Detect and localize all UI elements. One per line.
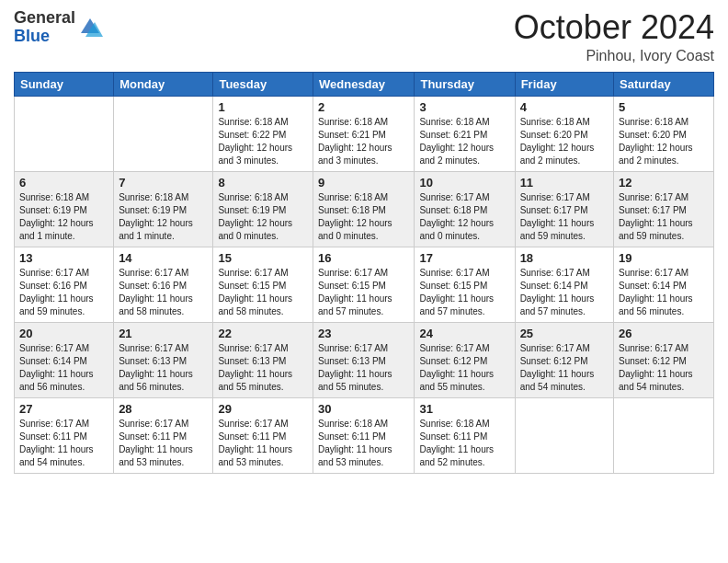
day-info: Sunrise: 6:18 AM Sunset: 6:20 PM Dayligh… (520, 116, 609, 167)
col-sunday: Sunday (15, 72, 114, 96)
table-row: 4Sunrise: 6:18 AM Sunset: 6:20 PM Daylig… (515, 96, 613, 171)
day-number: 2 (318, 100, 409, 114)
calendar-page: General Blue October 2024 Pinhou, Ivory … (0, 0, 728, 563)
day-number: 30 (318, 402, 409, 416)
logo-blue-text: Blue (14, 28, 75, 46)
day-number: 19 (619, 251, 709, 265)
table-row: 27Sunrise: 6:17 AM Sunset: 6:11 PM Dayli… (15, 397, 114, 473)
day-info: Sunrise: 6:17 AM Sunset: 6:11 PM Dayligh… (218, 418, 308, 469)
day-info: Sunrise: 6:18 AM Sunset: 6:19 PM Dayligh… (19, 191, 108, 243)
table-row: 28Sunrise: 6:17 AM Sunset: 6:11 PM Dayli… (114, 397, 213, 473)
table-row: 3Sunrise: 6:18 AM Sunset: 6:21 PM Daylig… (415, 96, 515, 171)
day-number: 17 (419, 251, 509, 265)
day-number: 1 (218, 100, 308, 114)
table-row: 8Sunrise: 6:18 AM Sunset: 6:19 PM Daylig… (213, 171, 313, 247)
table-row: 18Sunrise: 6:17 AM Sunset: 6:14 PM Dayli… (515, 247, 613, 322)
table-row: 30Sunrise: 6:18 AM Sunset: 6:11 PM Dayli… (313, 397, 415, 473)
day-number: 8 (218, 176, 308, 190)
day-info: Sunrise: 6:17 AM Sunset: 6:16 PM Dayligh… (119, 267, 208, 318)
day-number: 10 (419, 176, 509, 190)
day-info: Sunrise: 6:18 AM Sunset: 6:11 PM Dayligh… (318, 418, 409, 469)
calendar-header-row: Sunday Monday Tuesday Wednesday Thursday… (15, 72, 714, 96)
day-info: Sunrise: 6:17 AM Sunset: 6:12 PM Dayligh… (520, 342, 609, 394)
day-number: 18 (520, 251, 609, 265)
day-info: Sunrise: 6:17 AM Sunset: 6:12 PM Dayligh… (419, 342, 509, 394)
table-row: 20Sunrise: 6:17 AM Sunset: 6:14 PM Dayli… (15, 322, 114, 397)
col-saturday: Saturday (614, 72, 714, 96)
table-row: 26Sunrise: 6:17 AM Sunset: 6:12 PM Dayli… (614, 322, 714, 397)
col-thursday: Thursday (415, 72, 515, 96)
day-info: Sunrise: 6:17 AM Sunset: 6:11 PM Dayligh… (119, 418, 208, 469)
day-info: Sunrise: 6:17 AM Sunset: 6:13 PM Dayligh… (318, 342, 409, 394)
calendar-table: Sunday Monday Tuesday Wednesday Thursday… (14, 72, 714, 474)
day-number: 6 (19, 176, 108, 190)
table-row: 13Sunrise: 6:17 AM Sunset: 6:16 PM Dayli… (15, 247, 114, 322)
table-row: 5Sunrise: 6:18 AM Sunset: 6:20 PM Daylig… (614, 96, 714, 171)
day-info: Sunrise: 6:17 AM Sunset: 6:15 PM Dayligh… (318, 267, 409, 318)
day-info: Sunrise: 6:17 AM Sunset: 6:13 PM Dayligh… (218, 342, 308, 394)
table-row (515, 397, 613, 473)
day-info: Sunrise: 6:17 AM Sunset: 6:17 PM Dayligh… (619, 191, 709, 243)
day-number: 16 (318, 251, 409, 265)
day-number: 31 (419, 402, 509, 416)
table-row: 14Sunrise: 6:17 AM Sunset: 6:16 PM Dayli… (114, 247, 213, 322)
table-row: 12Sunrise: 6:17 AM Sunset: 6:17 PM Dayli… (614, 171, 714, 247)
day-number: 28 (119, 402, 208, 416)
day-number: 24 (419, 327, 509, 340)
day-number: 12 (619, 176, 709, 190)
day-number: 22 (218, 327, 308, 340)
col-wednesday: Wednesday (313, 72, 415, 96)
day-info: Sunrise: 6:17 AM Sunset: 6:17 PM Dayligh… (520, 191, 609, 243)
day-number: 5 (619, 100, 709, 114)
day-number: 27 (19, 402, 108, 416)
table-row: 22Sunrise: 6:17 AM Sunset: 6:13 PM Dayli… (213, 322, 313, 397)
calendar-week-row: 20Sunrise: 6:17 AM Sunset: 6:14 PM Dayli… (15, 322, 714, 397)
day-number: 3 (419, 100, 509, 114)
day-info: Sunrise: 6:17 AM Sunset: 6:16 PM Dayligh… (19, 267, 108, 318)
day-info: Sunrise: 6:17 AM Sunset: 6:18 PM Dayligh… (419, 191, 509, 243)
day-info: Sunrise: 6:18 AM Sunset: 6:19 PM Dayligh… (119, 191, 208, 243)
table-row: 21Sunrise: 6:17 AM Sunset: 6:13 PM Dayli… (114, 322, 213, 397)
day-number: 29 (218, 402, 308, 416)
calendar-week-row: 1Sunrise: 6:18 AM Sunset: 6:22 PM Daylig… (15, 96, 714, 171)
day-info: Sunrise: 6:18 AM Sunset: 6:20 PM Dayligh… (619, 116, 709, 167)
day-info: Sunrise: 6:18 AM Sunset: 6:11 PM Dayligh… (419, 418, 509, 469)
day-info: Sunrise: 6:18 AM Sunset: 6:21 PM Dayligh… (318, 116, 409, 167)
logo: General Blue (14, 9, 103, 46)
title-block: October 2024 Pinhou, Ivory Coast (514, 9, 714, 64)
table-row: 24Sunrise: 6:17 AM Sunset: 6:12 PM Dayli… (415, 322, 515, 397)
location-subtitle: Pinhou, Ivory Coast (514, 48, 714, 64)
day-number: 20 (19, 327, 108, 340)
col-monday: Monday (114, 72, 213, 96)
table-row: 2Sunrise: 6:18 AM Sunset: 6:21 PM Daylig… (313, 96, 415, 171)
table-row: 1Sunrise: 6:18 AM Sunset: 6:22 PM Daylig… (213, 96, 313, 171)
table-row: 17Sunrise: 6:17 AM Sunset: 6:15 PM Dayli… (415, 247, 515, 322)
table-row (114, 96, 213, 171)
day-number: 15 (218, 251, 308, 265)
day-number: 7 (119, 176, 208, 190)
month-title: October 2024 (514, 9, 714, 46)
day-info: Sunrise: 6:17 AM Sunset: 6:14 PM Dayligh… (19, 342, 108, 394)
day-info: Sunrise: 6:17 AM Sunset: 6:13 PM Dayligh… (119, 342, 208, 394)
day-number: 9 (318, 176, 409, 190)
logo-icon (77, 15, 103, 40)
col-tuesday: Tuesday (213, 72, 313, 96)
table-row: 16Sunrise: 6:17 AM Sunset: 6:15 PM Dayli… (313, 247, 415, 322)
table-row: 29Sunrise: 6:17 AM Sunset: 6:11 PM Dayli… (213, 397, 313, 473)
day-number: 23 (318, 327, 409, 340)
day-info: Sunrise: 6:17 AM Sunset: 6:15 PM Dayligh… (218, 267, 308, 318)
table-row: 19Sunrise: 6:17 AM Sunset: 6:14 PM Dayli… (614, 247, 714, 322)
day-info: Sunrise: 6:17 AM Sunset: 6:14 PM Dayligh… (619, 267, 709, 318)
day-number: 14 (119, 251, 208, 265)
day-number: 11 (520, 176, 609, 190)
day-info: Sunrise: 6:18 AM Sunset: 6:18 PM Dayligh… (318, 191, 409, 243)
logo-general-text: General (14, 9, 75, 28)
day-number: 21 (119, 327, 208, 340)
day-number: 4 (520, 100, 609, 114)
table-row: 7Sunrise: 6:18 AM Sunset: 6:19 PM Daylig… (114, 171, 213, 247)
day-info: Sunrise: 6:18 AM Sunset: 6:19 PM Dayligh… (218, 191, 308, 243)
table-row: 23Sunrise: 6:17 AM Sunset: 6:13 PM Dayli… (313, 322, 415, 397)
table-row: 10Sunrise: 6:17 AM Sunset: 6:18 PM Dayli… (415, 171, 515, 247)
table-row (15, 96, 114, 171)
day-info: Sunrise: 6:17 AM Sunset: 6:15 PM Dayligh… (419, 267, 509, 318)
